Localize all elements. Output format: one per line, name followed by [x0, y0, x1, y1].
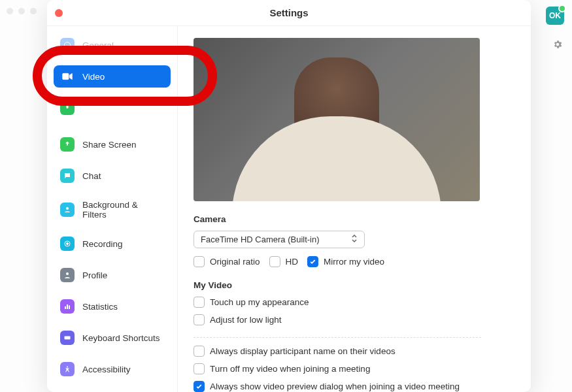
video-icon — [60, 69, 75, 84]
checkbox-box — [193, 363, 205, 374]
audio-icon — [60, 101, 75, 115]
checkbox-label: Original ratio — [210, 257, 260, 267]
svg-rect-9 — [65, 336, 71, 340]
sidebar-item-profile[interactable]: Profile — [54, 264, 171, 286]
camera-select-value: FaceTime HD Camera (Built-in) — [201, 235, 320, 244]
mirror-video-checkbox[interactable]: Mirror my video — [307, 256, 384, 267]
checkbox-box — [307, 256, 318, 267]
statistics-icon — [60, 299, 75, 314]
checkbox-box — [193, 256, 205, 267]
sidebar-item-video[interactable]: Video — [54, 65, 171, 88]
sidebar-item-label: Keyboard Shortcuts — [82, 333, 160, 343]
sidebar-item-label: Background & Filters — [82, 200, 164, 220]
checkbox-label: Always display participant name on their… — [210, 346, 395, 356]
always-preview-checkbox[interactable]: Always show video preview dialog when jo… — [193, 381, 460, 392]
checkbox-box — [269, 256, 280, 267]
checkbox-label: Adjust for low light — [210, 315, 282, 325]
my-video-section-label: My Video — [193, 280, 513, 290]
gear-icon[interactable] — [552, 39, 563, 52]
chat-icon — [60, 169, 75, 183]
sidebar-item-general[interactable]: General — [54, 34, 171, 56]
panel-body: General Video Share Screen — [47, 26, 531, 392]
background-filters-icon — [60, 203, 75, 217]
profile-icon — [60, 268, 75, 282]
hd-checkbox[interactable]: HD — [269, 256, 299, 267]
low-light-checkbox[interactable]: Adjust for low light — [193, 314, 282, 325]
svg-rect-1 — [63, 73, 69, 79]
svg-point-10 — [67, 367, 68, 368]
keyboard-icon — [60, 331, 75, 345]
touch-up-checkbox[interactable]: Touch up my appearance — [193, 297, 309, 308]
svg-rect-8 — [69, 306, 70, 310]
sidebar-item-label: General — [82, 41, 114, 50]
panel-title: Settings — [269, 7, 308, 18]
sidebar-item-recording[interactable]: Recording — [54, 233, 171, 255]
checkbox-box — [193, 346, 205, 357]
svg-point-5 — [66, 272, 69, 275]
checkbox-label: Turn off my video when joining a meeting — [210, 364, 370, 374]
general-icon — [60, 38, 75, 52]
svg-point-2 — [66, 207, 69, 210]
sidebar-item-label: Video — [82, 72, 105, 82]
separator — [193, 337, 481, 338]
sidebar-item-label: Statistics — [82, 302, 118, 312]
camera-section-label: Camera — [193, 214, 513, 224]
always-display-name-checkbox[interactable]: Always display participant name on their… — [193, 346, 395, 357]
sidebar-item-accessibility[interactable]: Accessibility — [54, 358, 171, 380]
sidebar-item-label: Profile — [82, 270, 107, 280]
svg-point-0 — [65, 42, 71, 48]
svg-rect-7 — [67, 304, 68, 309]
svg-rect-6 — [65, 306, 66, 309]
svg-point-4 — [67, 243, 69, 245]
sidebar-item-audio[interactable] — [54, 97, 171, 119]
sidebar-item-background-filters[interactable]: Background & Filters — [54, 196, 171, 223]
close-window-button[interactable] — [55, 9, 63, 17]
sidebar-item-keyboard-shortcuts[interactable]: Keyboard Shortcuts — [54, 327, 171, 349]
chevron-up-down-icon — [351, 234, 358, 245]
background-traffic-lights — [7, 8, 37, 14]
sidebar-item-share-screen[interactable]: Share Screen — [54, 133, 171, 155]
video-settings-content: Camera FaceTime HD Camera (Built-in) Ori… — [178, 26, 531, 392]
panel-header: Settings — [47, 0, 531, 26]
checkbox-label: Touch up my appearance — [210, 297, 309, 307]
sidebar-item-label: Accessibility — [82, 365, 131, 374]
share-screen-icon — [60, 137, 75, 152]
checkbox-box — [193, 314, 205, 325]
settings-sidebar: General Video Share Screen — [47, 26, 178, 392]
checkbox-label: Always show video preview dialog when jo… — [210, 382, 460, 391]
turn-off-video-checkbox[interactable]: Turn off my video when joining a meeting — [193, 363, 370, 374]
checkbox-box — [193, 381, 205, 392]
camera-select[interactable]: FaceTime HD Camera (Built-in) — [193, 231, 365, 248]
checkbox-box — [193, 297, 205, 308]
sidebar-item-label: Share Screen — [82, 140, 137, 150]
settings-panel: Settings General Video — [47, 0, 531, 392]
camera-preview — [193, 38, 480, 201]
accessibility-icon — [60, 362, 75, 376]
sidebar-item-chat[interactable]: Chat — [54, 165, 171, 187]
profile-badge[interactable]: OK — [546, 7, 564, 25]
original-ratio-checkbox[interactable]: Original ratio — [193, 256, 260, 267]
sidebar-item-label: Recording — [82, 239, 123, 249]
checkbox-label: Mirror my video — [324, 257, 384, 267]
recording-icon — [60, 237, 75, 251]
checkbox-label: HD — [286, 257, 299, 267]
sidebar-item-statistics[interactable]: Statistics — [54, 295, 171, 318]
sidebar-item-label: Chat — [82, 171, 101, 181]
